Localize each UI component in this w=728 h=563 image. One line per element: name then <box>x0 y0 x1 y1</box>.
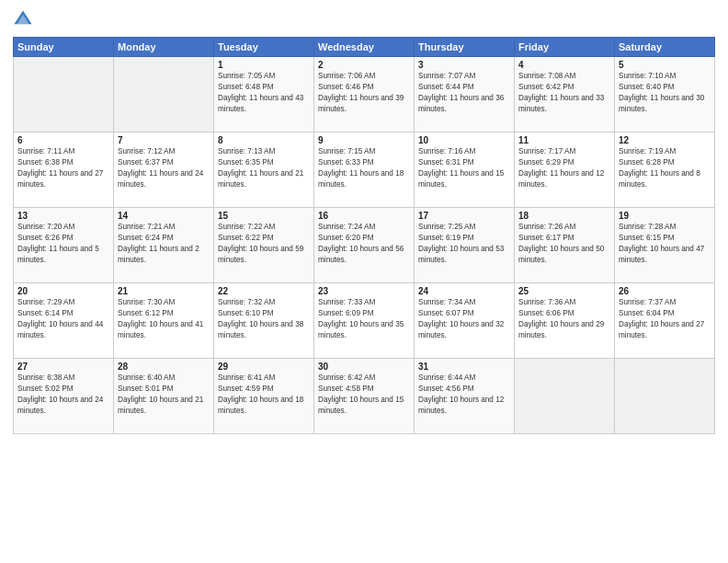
day-number: 9 <box>318 135 410 145</box>
week-row-4: 20Sunrise: 7:29 AMSunset: 6:14 PMDayligh… <box>14 283 715 359</box>
day-number: 8 <box>218 135 310 145</box>
header-cell-sunday: Sunday <box>14 38 114 57</box>
day-number: 7 <box>118 135 210 145</box>
day-content: Sunrise: 7:05 AMSunset: 6:48 PMDaylight:… <box>218 71 310 115</box>
logo <box>13 9 37 29</box>
day-content: Sunrise: 7:06 AMSunset: 6:46 PMDaylight:… <box>318 71 410 115</box>
day-content: Sunrise: 7:15 AMSunset: 6:33 PMDaylight:… <box>318 146 410 190</box>
day-number: 24 <box>418 286 510 296</box>
day-cell <box>114 57 214 132</box>
day-content: Sunrise: 7:30 AMSunset: 6:12 PMDaylight:… <box>118 297 210 341</box>
day-content: Sunrise: 7:28 AMSunset: 6:15 PMDaylight:… <box>619 222 711 266</box>
header-row: SundayMondayTuesdayWednesdayThursdayFrid… <box>14 38 715 57</box>
day-number: 25 <box>518 286 610 296</box>
header-cell-wednesday: Wednesday <box>314 38 415 57</box>
day-content: Sunrise: 7:24 AMSunset: 6:20 PMDaylight:… <box>318 222 410 266</box>
day-content: Sunrise: 7:19 AMSunset: 6:28 PMDaylight:… <box>619 146 711 190</box>
day-number: 30 <box>318 362 410 372</box>
header-cell-tuesday: Tuesday <box>214 38 314 57</box>
day-cell: 22Sunrise: 7:32 AMSunset: 6:10 PMDayligh… <box>214 283 314 359</box>
day-cell: 7Sunrise: 7:12 AMSunset: 6:37 PMDaylight… <box>114 132 214 208</box>
day-number: 13 <box>17 211 109 221</box>
day-content: Sunrise: 7:11 AMSunset: 6:38 PMDaylight:… <box>17 146 109 190</box>
day-number: 2 <box>318 60 410 70</box>
day-cell: 8Sunrise: 7:13 AMSunset: 6:35 PMDaylight… <box>214 132 314 208</box>
header-cell-friday: Friday <box>515 38 615 57</box>
day-cell: 20Sunrise: 7:29 AMSunset: 6:14 PMDayligh… <box>14 283 114 359</box>
day-content: Sunrise: 7:26 AMSunset: 6:17 PMDaylight:… <box>518 222 610 266</box>
day-content: Sunrise: 6:38 AMSunset: 5:02 PMDaylight:… <box>17 373 109 417</box>
day-content: Sunrise: 7:17 AMSunset: 6:29 PMDaylight:… <box>518 146 610 190</box>
header-cell-saturday: Saturday <box>615 38 715 57</box>
calendar-body: 1Sunrise: 7:05 AMSunset: 6:48 PMDaylight… <box>14 57 715 434</box>
day-content: Sunrise: 7:10 AMSunset: 6:40 PMDaylight:… <box>619 71 711 115</box>
day-cell <box>615 359 715 434</box>
day-cell: 31Sunrise: 6:44 AMSunset: 4:56 PMDayligh… <box>415 359 515 434</box>
week-row-5: 27Sunrise: 6:38 AMSunset: 5:02 PMDayligh… <box>14 359 715 434</box>
day-cell <box>14 57 114 132</box>
day-content: Sunrise: 7:08 AMSunset: 6:42 PMDaylight:… <box>518 71 610 115</box>
day-cell: 11Sunrise: 7:17 AMSunset: 6:29 PMDayligh… <box>515 132 615 208</box>
day-cell: 23Sunrise: 7:33 AMSunset: 6:09 PMDayligh… <box>314 283 415 359</box>
day-cell: 6Sunrise: 7:11 AMSunset: 6:38 PMDaylight… <box>14 132 114 208</box>
day-content: Sunrise: 7:25 AMSunset: 6:19 PMDaylight:… <box>418 222 510 266</box>
day-content: Sunrise: 7:29 AMSunset: 6:14 PMDaylight:… <box>17 297 109 341</box>
day-number: 26 <box>619 286 711 296</box>
day-content: Sunrise: 7:22 AMSunset: 6:22 PMDaylight:… <box>218 222 310 266</box>
day-content: Sunrise: 7:13 AMSunset: 6:35 PMDaylight:… <box>218 146 310 190</box>
day-content: Sunrise: 6:44 AMSunset: 4:56 PMDaylight:… <box>418 373 510 417</box>
day-number: 28 <box>118 362 210 372</box>
day-number: 4 <box>518 60 610 70</box>
day-content: Sunrise: 7:33 AMSunset: 6:09 PMDaylight:… <box>318 297 410 341</box>
day-content: Sunrise: 6:42 AMSunset: 4:58 PMDaylight:… <box>318 373 410 417</box>
day-number: 5 <box>619 60 711 70</box>
day-number: 15 <box>218 211 310 221</box>
day-number: 11 <box>518 135 610 145</box>
day-cell: 2Sunrise: 7:06 AMSunset: 6:46 PMDaylight… <box>314 57 415 132</box>
day-number: 17 <box>418 211 510 221</box>
day-number: 14 <box>118 211 210 221</box>
day-cell: 24Sunrise: 7:34 AMSunset: 6:07 PMDayligh… <box>415 283 515 359</box>
calendar-table: SundayMondayTuesdayWednesdayThursdayFrid… <box>13 37 715 434</box>
day-cell: 3Sunrise: 7:07 AMSunset: 6:44 PMDaylight… <box>415 57 515 132</box>
day-number: 20 <box>17 286 109 296</box>
day-number: 1 <box>218 60 310 70</box>
day-content: Sunrise: 6:40 AMSunset: 5:01 PMDaylight:… <box>118 373 210 417</box>
day-cell: 26Sunrise: 7:37 AMSunset: 6:04 PMDayligh… <box>615 283 715 359</box>
calendar-header: SundayMondayTuesdayWednesdayThursdayFrid… <box>14 38 715 57</box>
day-number: 10 <box>418 135 510 145</box>
header <box>13 9 715 29</box>
page: SundayMondayTuesdayWednesdayThursdayFrid… <box>0 0 728 563</box>
day-cell: 14Sunrise: 7:21 AMSunset: 6:24 PMDayligh… <box>114 208 214 283</box>
day-cell: 28Sunrise: 6:40 AMSunset: 5:01 PMDayligh… <box>114 359 214 434</box>
day-cell: 29Sunrise: 6:41 AMSunset: 4:59 PMDayligh… <box>214 359 314 434</box>
day-cell: 15Sunrise: 7:22 AMSunset: 6:22 PMDayligh… <box>214 208 314 283</box>
day-number: 16 <box>318 211 410 221</box>
day-number: 27 <box>17 362 109 372</box>
logo-icon <box>13 9 33 29</box>
day-content: Sunrise: 7:16 AMSunset: 6:31 PMDaylight:… <box>418 146 510 190</box>
day-number: 22 <box>218 286 310 296</box>
day-number: 12 <box>619 135 711 145</box>
day-number: 18 <box>518 211 610 221</box>
day-content: Sunrise: 7:12 AMSunset: 6:37 PMDaylight:… <box>118 146 210 190</box>
day-cell: 21Sunrise: 7:30 AMSunset: 6:12 PMDayligh… <box>114 283 214 359</box>
week-row-1: 1Sunrise: 7:05 AMSunset: 6:48 PMDaylight… <box>14 57 715 132</box>
day-cell: 25Sunrise: 7:36 AMSunset: 6:06 PMDayligh… <box>515 283 615 359</box>
day-content: Sunrise: 6:41 AMSunset: 4:59 PMDaylight:… <box>218 373 310 417</box>
day-cell: 17Sunrise: 7:25 AMSunset: 6:19 PMDayligh… <box>415 208 515 283</box>
day-cell: 9Sunrise: 7:15 AMSunset: 6:33 PMDaylight… <box>314 132 415 208</box>
week-row-2: 6Sunrise: 7:11 AMSunset: 6:38 PMDaylight… <box>14 132 715 208</box>
header-cell-monday: Monday <box>114 38 214 57</box>
header-cell-thursday: Thursday <box>415 38 515 57</box>
day-cell: 18Sunrise: 7:26 AMSunset: 6:17 PMDayligh… <box>515 208 615 283</box>
day-number: 29 <box>218 362 310 372</box>
day-cell: 19Sunrise: 7:28 AMSunset: 6:15 PMDayligh… <box>615 208 715 283</box>
day-content: Sunrise: 7:21 AMSunset: 6:24 PMDaylight:… <box>118 222 210 266</box>
day-cell: 13Sunrise: 7:20 AMSunset: 6:26 PMDayligh… <box>14 208 114 283</box>
week-row-3: 13Sunrise: 7:20 AMSunset: 6:26 PMDayligh… <box>14 208 715 283</box>
day-cell <box>515 359 615 434</box>
day-number: 21 <box>118 286 210 296</box>
day-cell: 5Sunrise: 7:10 AMSunset: 6:40 PMDaylight… <box>615 57 715 132</box>
day-content: Sunrise: 7:37 AMSunset: 6:04 PMDaylight:… <box>619 297 711 341</box>
